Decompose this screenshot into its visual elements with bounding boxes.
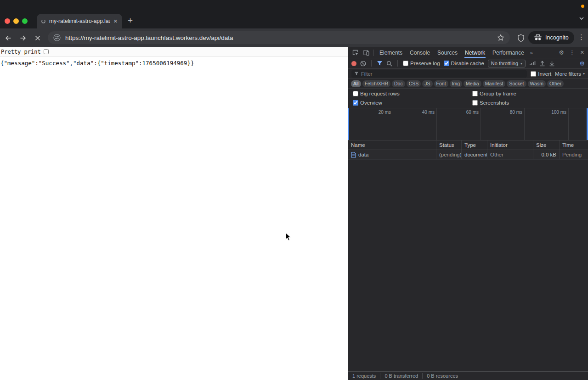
- navigation-toolbar: https://my-ratelimit-astro-app.launchfas…: [0, 28, 588, 47]
- network-conditions-icon[interactable]: [529, 61, 536, 66]
- overview-checkbox[interactable]: [353, 100, 358, 106]
- page-content: Pretty print {"message":"Success","data"…: [0, 47, 348, 380]
- devtools-tab-performance[interactable]: Performance: [489, 47, 527, 58]
- filter-chip-other[interactable]: Other: [547, 80, 564, 87]
- devtools-panel: Elements Console Sources Network Perform…: [348, 47, 588, 380]
- column-header-type[interactable]: Type: [462, 140, 487, 150]
- minimize-window-button[interactable]: [13, 18, 19, 24]
- more-tabs-icon[interactable]: »: [528, 50, 534, 56]
- gridline: [568, 108, 569, 140]
- browser-menu-kebab-icon[interactable]: ⋮: [578, 33, 585, 41]
- screenshots-checkbox[interactable]: [472, 100, 478, 106]
- filter-field[interactable]: [351, 70, 527, 78]
- filter-chip-all[interactable]: All: [351, 80, 361, 87]
- device-toolbar-icon[interactable]: [361, 47, 371, 58]
- url-text[interactable]: https://my-ratelimit-astro-app.launchfas…: [65, 34, 492, 41]
- incognito-badge: Incognito: [528, 31, 574, 44]
- preserve-log-label: Preserve log: [410, 61, 440, 66]
- network-settings-gear-icon[interactable]: ⚙: [579, 60, 585, 67]
- address-bar[interactable]: https://my-ratelimit-astro-app.launchfas…: [48, 31, 510, 44]
- import-har-icon[interactable]: [539, 61, 545, 67]
- overview-window-left-handle[interactable]: [348, 108, 349, 140]
- more-filters-dropdown[interactable]: More filters ▾: [555, 71, 585, 77]
- filter-chip-socket[interactable]: Socket: [507, 80, 526, 87]
- filter-chip-media[interactable]: Media: [464, 80, 481, 87]
- network-view-options: Big request rows Group by frame Overview…: [348, 89, 588, 108]
- column-header-name[interactable]: Name: [348, 140, 436, 150]
- filter-input[interactable]: [361, 71, 524, 77]
- pretty-print-checkbox[interactable]: [44, 49, 49, 54]
- browser-tab[interactable]: my-ratelimit-astro-app.launch ✕: [37, 14, 122, 28]
- throttling-value: No throttling: [491, 61, 518, 66]
- filter-chip-manifest[interactable]: Manifest: [483, 80, 506, 87]
- request-count: 1 requests: [348, 373, 380, 379]
- filter-chip-font[interactable]: Font: [434, 80, 448, 87]
- devtools-tab-console[interactable]: Console: [407, 47, 433, 58]
- site-info-icon[interactable]: [53, 34, 61, 41]
- clear-network-log-icon[interactable]: [360, 61, 366, 67]
- back-button[interactable]: [4, 34, 13, 43]
- network-filter-bar: Invert More filters ▾: [348, 69, 588, 79]
- new-tab-button[interactable]: +: [128, 16, 133, 26]
- record-network-log-button[interactable]: [351, 61, 356, 66]
- disable-cache-checkbox[interactable]: [444, 61, 449, 66]
- pretty-print-bar: Pretty print: [0, 47, 348, 56]
- devtools-settings-gear-icon[interactable]: ⚙: [559, 50, 564, 56]
- request-status: (pending): [436, 150, 462, 159]
- search-icon[interactable]: [386, 61, 392, 67]
- devtools-menu-kebab-icon[interactable]: ⋮: [569, 49, 575, 56]
- throttling-select[interactable]: No throttling ▾: [488, 60, 526, 67]
- filter-chip-wasm[interactable]: Wasm: [528, 80, 546, 87]
- devtools-close-icon[interactable]: ✕: [580, 50, 584, 56]
- resources-size: 0 B resources: [422, 373, 462, 379]
- filter-chip-js[interactable]: JS: [422, 80, 432, 87]
- filter-chip-img[interactable]: Img: [450, 80, 463, 87]
- filter-chip-doc[interactable]: Doc: [392, 80, 405, 87]
- stop-loading-button[interactable]: [33, 34, 42, 43]
- filter-chip-fetch-xhr[interactable]: Fetch/XHR: [362, 80, 390, 87]
- gridline: [524, 108, 525, 140]
- network-overview-timeline[interactable]: 20 ms 40 ms 60 ms 80 ms 100 ms: [348, 108, 588, 140]
- request-type: document: [462, 150, 487, 159]
- request-row[interactable]: data (pending) document Other 0.0 kB Pen…: [348, 150, 588, 160]
- divider: [397, 60, 398, 67]
- document-icon: [351, 152, 356, 158]
- fullscreen-window-button[interactable]: [22, 18, 28, 24]
- tick-label: 40 ms: [407, 110, 435, 115]
- tracking-protection-icon[interactable]: [517, 34, 525, 42]
- filter-funnel-icon[interactable]: [377, 61, 383, 66]
- incognito-icon: [534, 34, 542, 41]
- forward-button[interactable]: [18, 34, 28, 43]
- export-har-icon[interactable]: [549, 61, 555, 67]
- devtools-tab-elements[interactable]: Elements: [376, 47, 406, 58]
- bookmark-star-icon[interactable]: [497, 34, 504, 41]
- gridline: [393, 108, 393, 140]
- column-header-time[interactable]: Time: [560, 140, 588, 150]
- devtools-tab-network[interactable]: Network: [462, 47, 488, 58]
- preserve-log-checkbox[interactable]: [403, 61, 408, 66]
- tab-search-chevron-icon[interactable]: [579, 17, 584, 20]
- tab-loading-spinner-icon: [41, 19, 45, 23]
- close-window-button[interactable]: [5, 18, 10, 24]
- recording-indicator-dot: [581, 5, 584, 8]
- group-by-frame-label: Group by frame: [480, 91, 516, 96]
- request-type-filter-chips: All Fetch/XHR Doc CSS JS Font Img Media …: [348, 79, 588, 89]
- disable-cache-label: Disable cache: [451, 61, 484, 66]
- invert-filter-checkbox[interactable]: [531, 71, 536, 77]
- gridline: [481, 108, 481, 140]
- big-request-rows-checkbox[interactable]: [353, 91, 358, 96]
- tab-strip: my-ratelimit-astro-app.launch ✕ +: [0, 0, 588, 28]
- filter-chip-css[interactable]: CSS: [407, 80, 421, 87]
- column-header-size[interactable]: Size: [533, 140, 560, 150]
- filter-funnel-small-icon: [354, 72, 359, 76]
- tab-close-icon[interactable]: ✕: [113, 19, 118, 24]
- tick-label: 80 ms: [495, 110, 522, 115]
- network-toolbar: Preserve log Disable cache No throttling…: [348, 58, 588, 69]
- column-header-status[interactable]: Status: [436, 140, 462, 150]
- column-header-initiator[interactable]: Initiator: [487, 140, 533, 150]
- devtools-tab-sources[interactable]: Sources: [434, 47, 461, 58]
- group-by-frame-checkbox[interactable]: [472, 91, 478, 96]
- inspect-element-icon[interactable]: [350, 47, 360, 58]
- divider: [373, 50, 374, 56]
- divider: [371, 60, 372, 67]
